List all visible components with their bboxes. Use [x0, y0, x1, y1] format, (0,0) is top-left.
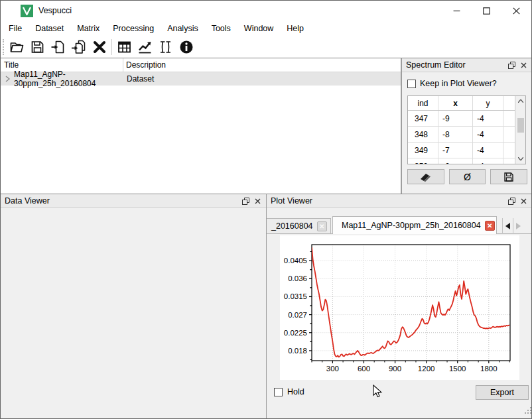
- svg-text:0.0315: 0.0315: [284, 292, 307, 300]
- map-icon: [157, 39, 174, 55]
- resize-grip[interactable]: [524, 406, 532, 414]
- float-dock-button[interactable]: [505, 60, 517, 70]
- toolbar-separator: [111, 39, 112, 55]
- plot-tab-bar: _20160804 ✕ Map11_AgNP-30ppm_25h_2016080…: [267, 216, 532, 234]
- expand-chevron-icon[interactable]: [1, 76, 14, 82]
- tab-previous-dataset[interactable]: _20160804 ✕: [267, 218, 331, 234]
- menu-window[interactable]: Window: [237, 21, 280, 36]
- tab-label: Map11_AgNP-30ppm_25h_20160804: [342, 221, 481, 230]
- dataset-title: Map11_AgNP-30ppm_25h_20160804: [14, 70, 123, 88]
- svg-text:0.0225: 0.0225: [284, 329, 307, 337]
- svg-text:1500: 1500: [449, 365, 466, 373]
- minimize-button[interactable]: [442, 1, 472, 21]
- svg-text:0.036: 0.036: [288, 274, 307, 282]
- table-row[interactable]: 349 -7 -4: [408, 143, 515, 158]
- svg-text:1800: 1800: [480, 365, 498, 373]
- menu-dataset[interactable]: Dataset: [29, 21, 70, 36]
- menu-file[interactable]: File: [2, 21, 29, 36]
- dataset-tree: Title Description Map11_AgNP-30ppm_25h_2…: [1, 58, 401, 194]
- tab-current-dataset[interactable]: Map11_AgNP-30ppm_25h_20160804 ✕: [332, 216, 497, 234]
- save-icon: [503, 172, 514, 182]
- map-button[interactable]: [155, 37, 176, 56]
- col-x[interactable]: x: [438, 96, 473, 110]
- svg-text:900: 900: [389, 365, 401, 373]
- tab-close-icon[interactable]: ✕: [317, 221, 327, 231]
- save-spectrum-button[interactable]: [490, 169, 527, 184]
- svg-text:300: 300: [326, 365, 339, 373]
- float-dock-button[interactable]: [505, 196, 517, 206]
- menu-processing[interactable]: Processing: [106, 21, 161, 36]
- data-viewer-title: Data Viewer: [5, 196, 239, 206]
- scroll-down-icon[interactable]: [515, 154, 526, 164]
- title-bar[interactable]: Vespucci: [1, 1, 531, 21]
- open-file-button[interactable]: [7, 37, 27, 56]
- save-button[interactable]: [27, 37, 48, 56]
- scroll-up-icon[interactable]: [515, 96, 526, 106]
- delete-x-icon: [92, 40, 107, 54]
- float-dock-button[interactable]: [239, 196, 251, 206]
- table-scrollbar[interactable]: [515, 96, 525, 164]
- plot-viewer-dock: Plot Viewer _20160804 ✕ Map11_AgNP-30ppm…: [266, 194, 532, 419]
- data-viewer-dock: Data Viewer: [1, 194, 266, 419]
- import-multiple-button[interactable]: [68, 37, 89, 56]
- empty-set-icon: Ø: [464, 172, 471, 182]
- import-dataset-button[interactable]: [48, 37, 68, 56]
- info-icon: [178, 39, 194, 55]
- spectrum-table[interactable]: ind x y 347 -9 -4 348 -8 -4 349 -7 -: [407, 95, 526, 164]
- import-multiple-icon: [70, 39, 87, 55]
- plot-button[interactable]: [135, 37, 155, 56]
- open-folder-icon: [9, 39, 25, 55]
- plot-viewer-header[interactable]: Plot Viewer: [267, 194, 532, 208]
- tab-close-icon[interactable]: ✕: [485, 221, 495, 231]
- dataset-row[interactable]: Map11_AgNP-30ppm_25h_20160804 Dataset: [1, 72, 401, 86]
- close-dock-button[interactable]: [517, 60, 529, 70]
- keep-checkbox[interactable]: [407, 80, 416, 88]
- table-row[interactable]: 348 -8 -4: [408, 127, 515, 143]
- plot-viewer-title: Plot Viewer: [271, 196, 505, 206]
- hold-label: Hold: [287, 387, 304, 396]
- maximize-button[interactable]: [472, 1, 501, 21]
- spectrum-table-header[interactable]: ind x y: [408, 96, 515, 111]
- menu-tools[interactable]: Tools: [205, 21, 237, 36]
- col-ind[interactable]: ind: [408, 96, 438, 110]
- save-icon: [29, 39, 46, 55]
- spectrum-editor-title: Spectrum Editor: [406, 60, 505, 70]
- window-title: Vespucci: [38, 6, 72, 15]
- dataset-description: Dataset: [123, 74, 401, 84]
- spectrum-editor-header[interactable]: Spectrum Editor: [402, 58, 532, 72]
- erase-spectrum-button[interactable]: [407, 169, 444, 184]
- close-button[interactable]: [501, 1, 531, 21]
- table-row[interactable]: 347 -9 -4: [408, 111, 515, 127]
- eraser-icon: [420, 171, 431, 182]
- hold-row: Hold: [274, 387, 304, 396]
- close-dock-button[interactable]: [517, 196, 529, 206]
- keep-in-plot-viewer-row[interactable]: Keep in Plot Viewer?: [407, 79, 532, 88]
- close-dock-button[interactable]: [251, 196, 263, 206]
- delete-dataset-button[interactable]: [89, 37, 109, 56]
- table-row[interactable]: 350 -6 -4: [408, 158, 515, 164]
- menu-analysis[interactable]: Analysis: [161, 21, 205, 36]
- export-button[interactable]: Export: [476, 385, 529, 400]
- spectrum-plot[interactable]: 3006009001200150018000.0180.02250.0270.0…: [280, 235, 519, 380]
- clear-spectrum-button[interactable]: Ø: [449, 169, 486, 184]
- keep-checkbox-label: Keep in Plot Viewer?: [420, 79, 497, 88]
- hold-checkbox[interactable]: [274, 388, 283, 396]
- tab-scroll-right-icon[interactable]: [513, 218, 523, 234]
- data-viewer-header[interactable]: Data Viewer: [1, 194, 266, 208]
- col-y[interactable]: y: [473, 96, 503, 110]
- spectrum-editor-dock: Spectrum Editor Keep in Plot Viewer? ind…: [401, 58, 532, 194]
- tab-scroll-left-icon[interactable]: [502, 218, 513, 234]
- matrix-table-button[interactable]: [114, 37, 135, 56]
- svg-text:0.0405: 0.0405: [284, 257, 307, 265]
- tree-header-description[interactable]: Description: [123, 58, 401, 72]
- menu-matrix[interactable]: Matrix: [70, 21, 106, 36]
- svg-text:1200: 1200: [418, 365, 435, 373]
- menu-help[interactable]: Help: [280, 21, 310, 36]
- app-logo-icon: [21, 5, 33, 17]
- import-icon: [50, 39, 66, 55]
- vespucci-window: Vespucci File Dataset Matrix Processing …: [0, 0, 532, 419]
- about-button[interactable]: [176, 37, 196, 56]
- scroll-thumb[interactable]: [517, 118, 524, 133]
- svg-text:0.027: 0.027: [288, 311, 307, 319]
- table-icon: [116, 39, 133, 55]
